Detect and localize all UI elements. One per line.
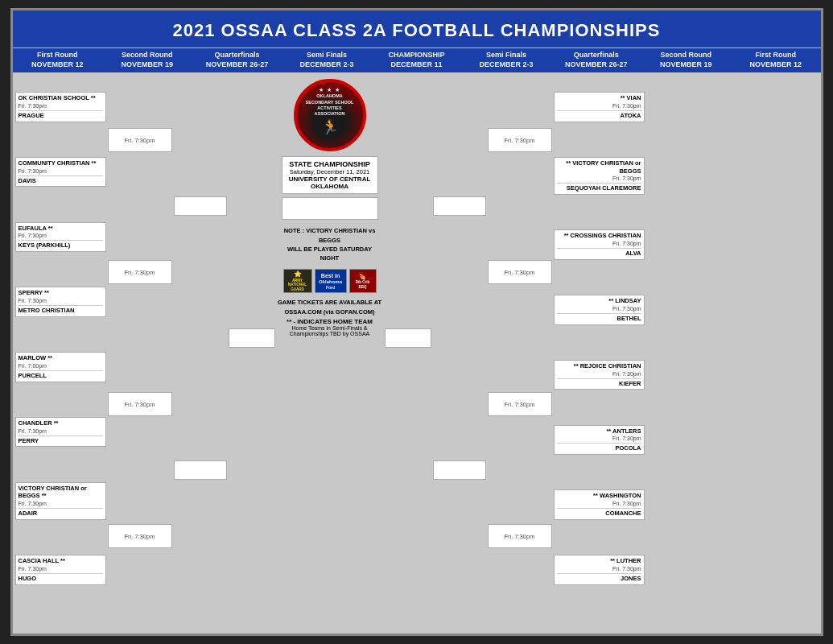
right-r1-match1: ** VIAN Fri. 7:30pm ATOKA — [554, 92, 645, 122]
sponsor-buffalo: 🍖 Rib Crib BBQ — [349, 269, 377, 293]
right-r1-match2: ** VICTORY CHRISTIAN or BEGGS Fri. 7:30p… — [554, 157, 645, 195]
round-header-r2: Second Round NOVEMBER 19 — [641, 48, 731, 72]
ossaa-logo: OKLAHOMA SECONDARY SCHOOL ACTIVITIES ASS… — [294, 79, 366, 151]
round-header-r3: Quarterfinals NOVEMBER 26-27 — [551, 48, 641, 72]
sponsors-area: ⭐ ARMY NATIONAL GUARD Best in Oklahoma F… — [283, 269, 377, 293]
right-r1-match4: ** LINDSAY Fri. 7:30pm BETHEL — [554, 295, 645, 325]
right-r2-match4: Fri. 7:30pm — [488, 524, 552, 548]
right-sf-match1 — [385, 328, 431, 348]
left-r2-match1: Fri. 7:30pm — [108, 128, 172, 152]
sponsor-ford: Best in Oklahoma Ford — [315, 269, 347, 293]
champ-result-box — [282, 197, 378, 220]
left-r1-match4: SPERRY ** Fri. 7:30pm METRO CHRISTIAN — [15, 287, 106, 317]
round-header-lsf: Semi Finals DECEMBER 2-3 — [282, 48, 372, 72]
right-r3-match2 — [433, 460, 486, 480]
left-r1-match1: OK CHRISTIAN SCHOOL ** Fri. 7:30pm PRAGU… — [15, 92, 106, 122]
left-r2-match3: Fri. 7:30pm — [108, 392, 172, 416]
bracket-container: 2021 OSSAA CLASS 2A FOOTBALL CHAMPIONSHI… — [10, 8, 823, 636]
footer-home-note: Home Teams in Semi-Finals & Championship… — [278, 325, 382, 336]
left-r1-match8: CASCIA HALL ** Fri. 7:30pm HUGO — [15, 555, 106, 585]
right-r2-match1: Fri. 7:30pm — [488, 128, 552, 152]
round-header-l2: Second Round NOVEMBER 19 — [102, 48, 192, 72]
sponsor-army: ⭐ ARMY NATIONAL GUARD — [283, 269, 312, 293]
left-r3-match2 — [174, 460, 227, 480]
round-header-l3: Quarterfinals NOVEMBER 26-27 — [192, 48, 282, 72]
right-r1-match8: ** LUTHER Fri. 7:30pm JONES — [554, 555, 645, 585]
left-r1-match2: COMMUNITY CHRISTIAN ** Fri. 7:30pm DAVIS — [15, 157, 106, 188]
right-r1-match3: ** CROSSINGS CHRISTIAN Fri. 7:30pm ALVA — [554, 229, 645, 260]
right-r1-match6: ** ANTLERS Fri. 7:30pm POCOLA — [554, 425, 645, 456]
right-r1-match5: ** REJOICE CHRISTIAN Fri. 7:30pm KIEFER — [554, 360, 645, 390]
left-r1-match3: EUFAULA ** Fri. 7:30pm KEYS (PARKHILL) — [15, 222, 106, 253]
right-r2-match3: Fri. 7:30pm — [488, 392, 552, 416]
state-champ-box: STATE CHAMPIONSHIP Saturday, December 11… — [282, 156, 378, 194]
left-r2-match4: Fri. 7:30pm — [108, 524, 172, 548]
footer-tickets: GAME TICKETS ARE AVAILABLE AT OSSAA.COM … — [278, 298, 382, 316]
right-r2-match2: Fri. 7:30pm — [488, 260, 552, 284]
right-r1-match7: ** WASHINGTON Fri. 7:30pm COMANCHE — [554, 489, 645, 520]
right-r3-match1 — [433, 196, 486, 216]
left-sf-match1 — [229, 328, 275, 348]
left-r1-match6: CHANDLER ** Fri. 7:30pm PERRY — [15, 417, 106, 448]
note-box: NOTE : VICTORY CHRISTIAN vs BEGGS WILL B… — [278, 226, 382, 262]
page-title: 2021 OSSAA CLASS 2A FOOTBALL CHAMPIONSHI… — [13, 10, 821, 47]
round-header-r1: First Round NOVEMBER 12 — [731, 48, 821, 72]
left-r2-match2: Fri. 7:30pm — [108, 260, 172, 284]
round-header-rsf: Semi Finals DECEMBER 2-3 — [461, 48, 551, 72]
left-r1-match7: VICTORY CHRISTIAN or BEGGS ** Fri. 7:30p… — [15, 482, 106, 520]
left-r1-match5: MARLOW ** Fri. 7:00pm PURCELL — [15, 352, 106, 382]
round-header-champ: CHAMPIONSHIP DECEMBER 11 — [372, 48, 462, 72]
round-header-l1: First Round NOVEMBER 12 — [13, 48, 103, 72]
round-headers: First Round NOVEMBER 12 Second Round NOV… — [13, 47, 821, 72]
footer-home-team: ** - INDICATES HOME TEAM — [287, 318, 373, 325]
left-r3-match1 — [174, 196, 227, 216]
